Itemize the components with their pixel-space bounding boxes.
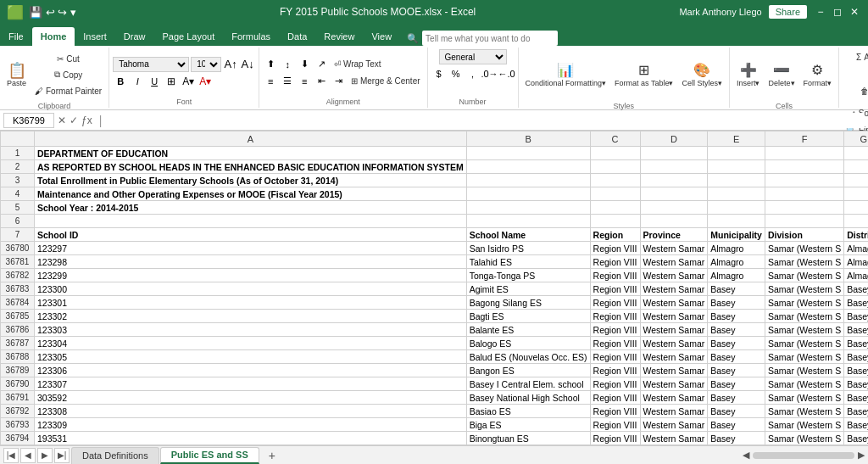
cell[interactable]: Basey I [844,405,868,418]
col-a[interactable]: A [35,131,467,147]
row-header[interactable]: 7 [1,228,35,242]
cell[interactable]: Region VIII [590,405,640,418]
cell[interactable]: School Year : 2014-2015 [35,201,467,215]
row-header[interactable]: 36782 [1,269,35,282]
cell[interactable]: 123307 [35,377,467,391]
format-painter-btn[interactable]: 🖌 Format Painter [31,83,105,98]
tab-data[interactable]: Data [279,27,315,46]
minimize-btn[interactable]: − [814,5,827,19]
cell[interactable]: Basey I [844,282,868,296]
cell[interactable]: School Name [466,228,590,242]
cell[interactable]: Region VIII [590,310,640,323]
cell[interactable]: Basey [708,323,765,337]
cell[interactable]: 123298 [35,255,467,269]
cell[interactable]: Region VIII [590,364,640,377]
cell[interactable]: Biga ES [466,418,590,432]
cell[interactable]: Almagro [844,242,868,255]
row-header[interactable]: 5 [1,201,35,215]
tab-view[interactable]: View [363,27,400,46]
cell[interactable]: Talahid ES [466,255,590,269]
tab-nav-first[interactable]: |◀ [3,448,19,463]
scroll-area[interactable]: A B C D E F G H I J K L M N O [0,131,868,445]
cell[interactable]: Samar (Western S [765,391,843,405]
add-sheet-btn[interactable]: + [264,448,281,463]
row-header[interactable]: 3 [1,174,35,187]
row-header[interactable]: 1 [1,147,35,160]
align-bottom-btn[interactable]: ⬇ [297,57,312,72]
cell[interactable]: Samar (Western S [765,418,843,432]
cell[interactable]: Western Samar [640,391,708,405]
cell[interactable]: Western Samar [640,364,708,377]
cell[interactable]: Region VIII [590,337,640,350]
cell[interactable]: Samar (Western S [765,377,843,391]
cell[interactable] [590,147,640,160]
align-top-btn[interactable]: ⬆ [263,57,278,72]
cell[interactable]: 123301 [35,296,467,310]
cell[interactable]: District [844,228,868,242]
cell[interactable]: Region VIII [590,445,640,446]
cell[interactable]: Samar (Western S [765,310,843,323]
cell[interactable]: Basey I [844,323,868,337]
row-header[interactable]: 6 [1,215,35,228]
cell[interactable] [466,187,590,201]
cell[interactable] [640,160,708,174]
tab-file[interactable]: File [0,27,32,46]
cell[interactable]: Western Samar [640,255,708,269]
align-left-btn[interactable]: ≡ [263,74,278,89]
cell[interactable]: Western Samar [640,418,708,432]
cell[interactable]: Samar (Western S [765,364,843,377]
cell[interactable]: 123302 [35,310,467,323]
cell[interactable]: Basey [708,377,765,391]
cell[interactable]: Basey [708,364,765,377]
font-size-select[interactable]: 10 [191,57,221,72]
delete-btn[interactable]: ➖ Delete▾ [765,49,798,100]
cell[interactable]: School ID [35,228,467,242]
row-header[interactable]: 36793 [1,418,35,432]
cell[interactable] [708,187,765,201]
cell[interactable]: Bagti ES [466,310,590,323]
col-g[interactable]: G [844,131,868,147]
autosum-btn[interactable]: Σ AutoSum▾ [853,49,868,64]
increase-decimal-btn[interactable]: .0→ [482,66,498,81]
cell[interactable] [708,201,765,215]
cell[interactable] [844,187,868,201]
cell[interactable]: Western Samar [640,310,708,323]
tab-draw[interactable]: Draw [115,27,154,46]
cell[interactable]: Basey I [844,310,868,323]
decrease-indent-btn[interactable]: ⇤ [314,74,329,89]
cell[interactable] [640,215,708,228]
cell[interactable]: Basey [708,310,765,323]
tab-review[interactable]: Review [315,27,363,46]
cell[interactable]: Samar (Western S [765,282,843,296]
cell[interactable]: 123304 [35,337,467,350]
cell[interactable] [708,215,765,228]
cell[interactable]: 123299 [35,269,467,282]
cell[interactable] [590,215,640,228]
cell[interactable]: Basey I [844,364,868,377]
cell[interactable]: Binugho ES [466,445,590,446]
cell[interactable]: Basey I Central Elem. school [466,377,590,391]
row-header[interactable]: 36789 [1,364,35,377]
cell[interactable]: Almagro [844,269,868,282]
format-btn[interactable]: ⚙ Format▾ [800,49,836,100]
cell[interactable]: Basey I [844,418,868,432]
horizontal-scroll-left[interactable]: ◀ [743,450,749,461]
cell[interactable]: Region VIII [590,242,640,255]
tab-formulas[interactable]: Formulas [223,27,279,46]
cell[interactable]: Basey [708,391,765,405]
cell[interactable] [844,160,868,174]
cell[interactable]: Basey I [844,377,868,391]
cell[interactable] [640,201,708,215]
cell[interactable]: Basey [708,296,765,310]
tab-nav-last[interactable]: ▶| [54,448,70,463]
cell[interactable]: Western Samar [640,432,708,445]
cell[interactable]: Region VIII [590,391,640,405]
cell[interactable]: Basey I [844,445,868,446]
cell[interactable] [466,147,590,160]
cell[interactable] [708,147,765,160]
cell[interactable]: Basey I [844,296,868,310]
border-btn[interactable]: ⊞ [164,74,179,89]
horizontal-scrollbar[interactable] [753,452,854,459]
col-f[interactable]: F [765,131,843,147]
cell[interactable]: Basey [708,445,765,446]
